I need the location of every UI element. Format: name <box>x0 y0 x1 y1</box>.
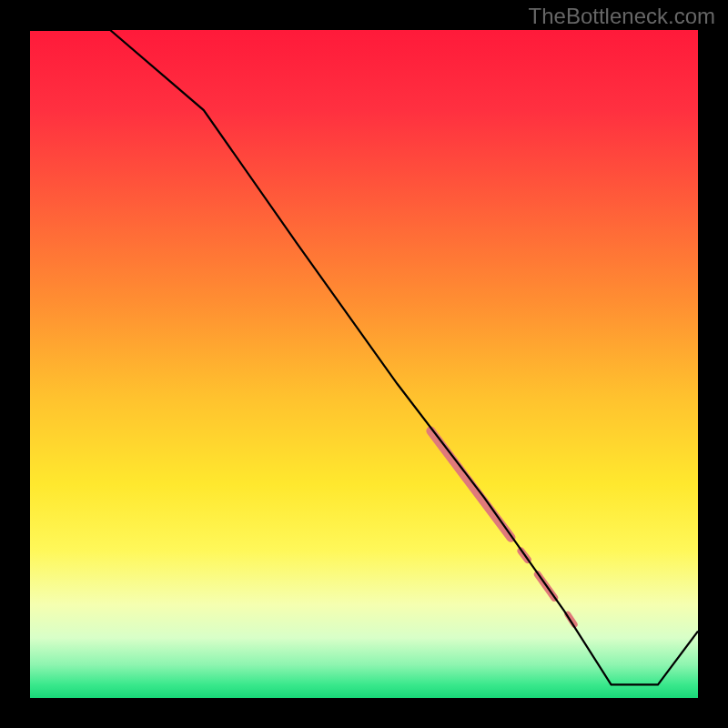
chart-plot-area <box>30 30 698 698</box>
chart-main-line <box>30 30 698 684</box>
chart-highlight-segment <box>430 430 511 537</box>
chart-curve-layer <box>30 30 698 698</box>
watermark-text: TheBottleneck.com <box>529 4 715 29</box>
